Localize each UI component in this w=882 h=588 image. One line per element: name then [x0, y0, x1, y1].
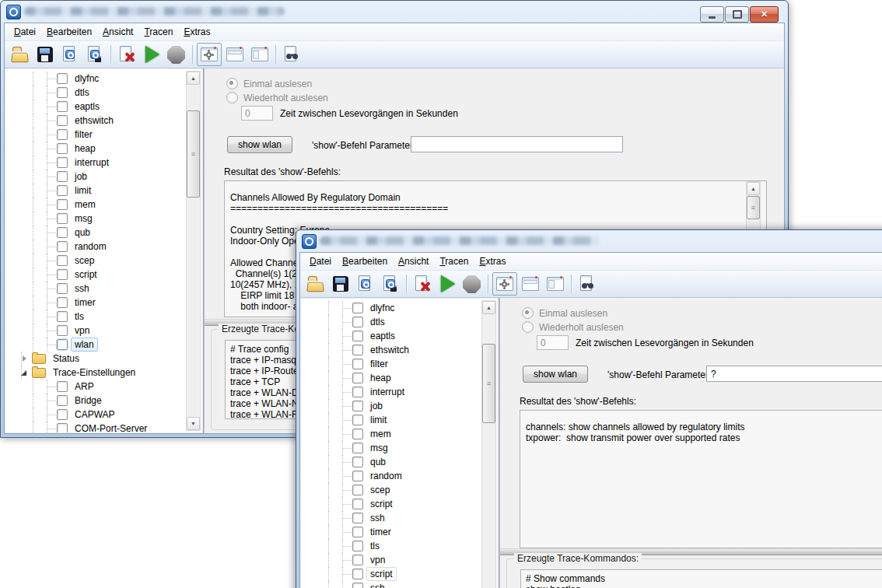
show-wlan-button[interactable]: show wlan — [227, 136, 292, 153]
toolbar-button[interactable] — [569, 273, 574, 295]
radio-once[interactable]: Einmal auslesen — [522, 307, 607, 319]
tree-item[interactable]: dlyfnc — [5, 72, 187, 86]
trace-commands-list[interactable]: # Show commandsshow bootlog — [520, 569, 882, 588]
tree-item[interactable]: CAPWAP — [5, 408, 187, 422]
tree-item[interactable]: ssh — [301, 581, 483, 588]
titlebar[interactable]: ✕ — [1, 1, 788, 23]
show-wlan-button[interactable]: show wlan — [523, 366, 588, 383]
tree-checkbox[interactable] — [57, 241, 68, 252]
tree-checkbox[interactable] — [57, 199, 68, 210]
tree-checkbox[interactable] — [57, 143, 68, 154]
tree-checkbox[interactable] — [352, 387, 363, 397]
tree-checkbox[interactable] — [352, 331, 363, 341]
radio-once[interactable]: Einmal auslesen — [226, 78, 312, 89]
tree-checkbox[interactable] — [352, 303, 363, 313]
tree-item[interactable]: script — [301, 497, 483, 511]
tree-item[interactable]: timer — [301, 525, 483, 539]
tree-checkbox[interactable] — [57, 87, 68, 98]
toolbar-button[interactable] — [190, 44, 195, 65]
scroll-down-icon[interactable]: ▼ — [187, 417, 200, 430]
menu-item[interactable]: Extras — [474, 254, 511, 268]
scrollbar-thumb[interactable]: ≡ — [482, 344, 495, 423]
toolbar-button[interactable] — [115, 44, 138, 65]
param-input[interactable] — [706, 366, 882, 382]
radio-repeat-icon[interactable] — [226, 92, 238, 103]
tree-item[interactable]: msg — [301, 441, 483, 455]
toolbar-button[interactable] — [273, 44, 278, 65]
tree-checkbox[interactable] — [352, 555, 363, 565]
tree-item[interactable]: eaptls — [301, 329, 483, 343]
result-output[interactable]: channels: show channels allowed by regul… — [520, 410, 882, 548]
tree-item[interactable]: ssh — [5, 282, 187, 296]
toolbar-button[interactable] — [485, 273, 491, 295]
toolbar-button[interactable] — [404, 273, 409, 295]
radio-once-icon[interactable] — [226, 78, 238, 89]
interval-input[interactable] — [537, 335, 569, 350]
menu-item[interactable]: Bearbeiten — [41, 25, 97, 39]
toolbar-button[interactable] — [329, 273, 352, 295]
menu-item[interactable]: Datei — [9, 25, 41, 39]
tree-checkbox[interactable] — [57, 395, 68, 406]
maximize-button[interactable] — [725, 6, 749, 23]
tree-item[interactable]: vpn — [301, 553, 483, 567]
tree-scrollbar[interactable]: ▲ ≡ ▼ — [481, 300, 496, 588]
tree-item[interactable]: Bridge — [5, 394, 187, 408]
toolbar-button[interactable]: STOP — [165, 44, 188, 65]
toolbar-button[interactable] — [304, 273, 327, 295]
menu-item[interactable]: Datei — [304, 254, 337, 268]
tree-item[interactable]: qub — [301, 455, 483, 469]
tree-item[interactable]: ethswitch — [301, 343, 483, 357]
close-button[interactable]: ✕ — [750, 6, 779, 23]
toolbar-button[interactable] — [492, 272, 517, 296]
tree-item[interactable]: script — [301, 567, 483, 581]
tree-item[interactable]: ssh — [301, 511, 483, 525]
radio-repeat-icon[interactable] — [522, 321, 534, 333]
menu-item[interactable]: Ansicht — [97, 25, 138, 39]
tree-checkbox[interactable] — [352, 373, 363, 383]
radio-once-icon[interactable] — [522, 307, 534, 319]
tree-item[interactable]: random — [301, 469, 483, 483]
tree-item[interactable]: Status — [5, 352, 187, 366]
scroll-up-icon[interactable]: ▲ — [482, 301, 495, 314]
tree-item[interactable]: scep — [5, 254, 187, 268]
tree-scrollbar[interactable]: ▲ ≡ ▼ — [186, 71, 201, 431]
toolbar-button[interactable]: STOP — [460, 273, 484, 295]
tree-item[interactable]: ARP — [5, 380, 187, 394]
tree-checkbox[interactable] — [352, 457, 363, 467]
tree-checkbox[interactable] — [57, 325, 68, 336]
scrollbar-thumb[interactable]: ≡ — [747, 196, 760, 219]
tree-item[interactable]: msg — [5, 212, 187, 226]
tree-checkbox[interactable] — [352, 359, 363, 369]
tree-item[interactable]: tls — [301, 539, 483, 553]
tree-item[interactable]: dtls — [301, 315, 483, 329]
tree-item[interactable]: Trace-Einstellungen — [5, 366, 187, 380]
tree-item[interactable]: COM-Port-Server — [5, 422, 187, 432]
tree-item[interactable]: limit — [301, 413, 483, 427]
tree-item[interactable]: interrupt — [5, 156, 187, 170]
toolbar-button[interactable] — [354, 273, 377, 295]
toolbar-button[interactable] — [544, 273, 567, 295]
toolbar-button[interactable] — [576, 273, 599, 295]
tree-checkbox[interactable] — [57, 185, 68, 196]
tree-checkbox[interactable] — [352, 317, 363, 327]
toolbar-button[interactable] — [58, 44, 82, 65]
tree-checkbox[interactable] — [352, 499, 363, 509]
radio-repeat[interactable]: Wiederholt auslesen — [522, 321, 624, 333]
tree-item[interactable]: dlyfnc — [301, 301, 483, 315]
tree-checkbox[interactable] — [352, 541, 363, 551]
toolbar-button[interactable] — [519, 273, 542, 295]
tree-item[interactable]: eaptls — [5, 100, 187, 114]
tree-checkbox[interactable] — [57, 171, 68, 182]
tree-item[interactable]: wlan — [5, 338, 187, 352]
tree-checkbox[interactable] — [57, 115, 68, 126]
tree-item[interactable]: heap — [5, 142, 187, 156]
tree-checkbox[interactable] — [57, 409, 68, 420]
tree-item[interactable]: mem — [5, 198, 187, 212]
tree-item[interactable]: timer — [5, 296, 187, 310]
tree-checkbox[interactable] — [352, 485, 363, 495]
tree-item[interactable]: interrupt — [301, 385, 483, 399]
tree-item[interactable]: mem — [301, 427, 483, 441]
toolbar-button[interactable] — [436, 273, 459, 295]
tree-checkbox[interactable] — [57, 381, 68, 392]
tree-checkbox[interactable] — [352, 401, 363, 411]
